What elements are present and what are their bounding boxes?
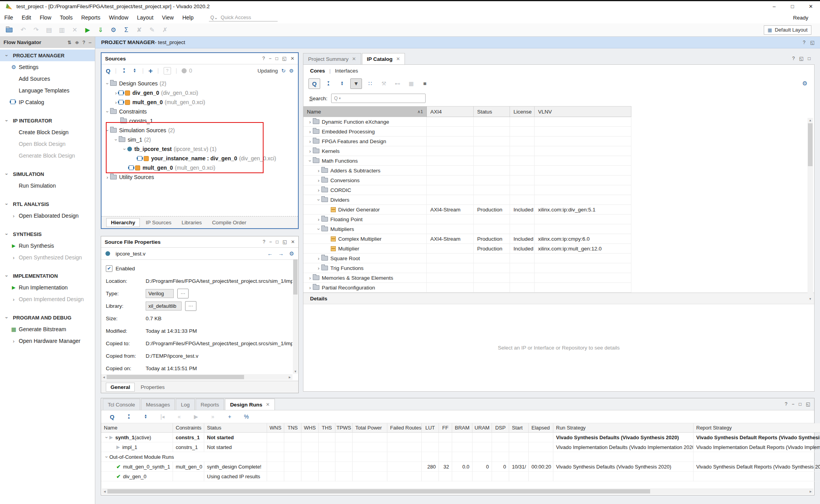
chevron-right-icon[interactable]: › xyxy=(316,217,321,222)
ip-row-memories-storage-elements[interactable]: ›Memories & Storage Elements xyxy=(303,273,631,283)
ip-search-input[interactable]: Q▾ xyxy=(331,94,426,103)
enabled-checkbox[interactable]: ✔ xyxy=(106,265,112,272)
column-header-report-strategy[interactable]: Report Strategy xyxy=(693,423,820,433)
column-header-lut[interactable]: LUT xyxy=(422,423,439,433)
maximize-button[interactable]: □ xyxy=(783,1,802,12)
flownav-item-generate-bitstream[interactable]: ▦Generate Bitstream xyxy=(0,323,95,335)
ip-row-dividers[interactable]: ›Dividers xyxy=(303,195,631,205)
column-header-name[interactable]: Name xyxy=(101,423,173,433)
add-button[interactable]: + xyxy=(224,412,235,422)
design-run-row-synth-1[interactable]: ›▶synth_1 (active)constrs_1Not startedVi… xyxy=(101,433,814,442)
ip-row-conversions[interactable]: ›Conversions xyxy=(303,176,631,185)
gear-icon[interactable]: ⚙ xyxy=(289,68,294,74)
close-icon[interactable]: ✕ xyxy=(291,56,294,61)
browse-button[interactable]: ··· xyxy=(177,289,189,298)
sources-tab-ip-sources[interactable]: IP Sources xyxy=(141,218,176,227)
minimize-icon[interactable]: − xyxy=(791,401,794,407)
flownav-section-synthesis[interactable]: ›SYNTHESIS xyxy=(0,228,95,240)
chevron-right-icon[interactable]: › xyxy=(307,139,313,144)
flownav-section-project-manager[interactable]: ›PROJECT MANAGER xyxy=(0,50,95,61)
flownav-item-open-elaborated-design[interactable]: ›Open Elaborated Design xyxy=(0,210,95,222)
flownav-item-run-simulation[interactable]: Run Simulation xyxy=(0,180,95,192)
chevron-right-icon[interactable]: › xyxy=(316,168,321,173)
scroll-left-icon[interactable]: ◂ xyxy=(102,489,107,493)
expand-button[interactable] xyxy=(337,79,348,89)
ip-row-dynamic-function-exchange[interactable]: ›Dynamic Function eXchange xyxy=(303,117,631,127)
menu-tools[interactable]: Tools xyxy=(55,14,77,21)
ip-row-fpga-features-and-design[interactable]: ›FPGA Features and Design xyxy=(303,137,631,146)
help-icon[interactable]: ? xyxy=(803,40,806,45)
scroll-down-icon[interactable]: ▾ xyxy=(293,369,298,373)
flownav-item-run-implementation[interactable]: ▶Run Implementation xyxy=(0,282,95,293)
column-header-total-power[interactable]: Total Power xyxy=(353,423,387,433)
program-bitstream-button[interactable]: ⇓ xyxy=(94,25,107,35)
flownav-item-create-block-design[interactable]: Create Block Design xyxy=(0,126,95,138)
sources-tree-item-mult-gen-0[interactable]: ›mult_gen_0(mult_gen_0.xci) xyxy=(102,98,297,107)
flownav-section-simulation[interactable]: ›SIMULATION xyxy=(0,168,95,180)
ip-row-square-root[interactable]: ›Square Root xyxy=(303,254,631,263)
help-icon[interactable]: ? xyxy=(262,56,265,61)
ip-row-complex-multiplier[interactable]: Complex MultiplierAXI4-StreamProductionI… xyxy=(303,234,631,244)
menu-view[interactable]: View xyxy=(158,14,178,21)
add-sources-icon[interactable]: + xyxy=(148,67,153,75)
subtab-cores[interactable]: Cores xyxy=(310,68,325,74)
flownav-item-add-sources[interactable]: Add Sources xyxy=(0,73,95,85)
ip-row-multipliers[interactable]: ›Multipliers xyxy=(303,224,631,234)
collapse-button[interactable] xyxy=(323,79,334,89)
column-header-whs[interactable]: WHS xyxy=(301,423,319,433)
chevron-right-icon[interactable]: › xyxy=(316,178,321,183)
column-header-wns[interactable]: WNS xyxy=(267,423,284,433)
close-icon[interactable]: ✕ xyxy=(352,56,356,62)
column-header-ths[interactable]: THS xyxy=(319,423,335,433)
chevron-right-icon[interactable]: › xyxy=(307,275,313,280)
collapse-icon[interactable]: ⇅ xyxy=(68,40,71,45)
flownav-item-generate-block-design[interactable]: Generate Block Design xyxy=(0,150,95,161)
tab-ip-catalog[interactable]: IP Catalog ✕ xyxy=(362,53,405,64)
ip-row-divider-generator[interactable]: Divider GeneratorAXI4-StreamProductionIn… xyxy=(303,205,631,215)
flownav-section-implementation[interactable]: ›IMPLEMENTATION xyxy=(0,270,95,282)
results-tab-tcl-console[interactable]: Tcl Console xyxy=(103,399,140,410)
sources-tree-item-mult-gen-0[interactable]: mult_gen_0(mult_gen_0.xci) xyxy=(102,163,297,172)
float-icon[interactable]: ◱ xyxy=(282,56,287,61)
flownav-item-open-implemented-design[interactable]: ›Open Implemented Design xyxy=(0,293,95,305)
ip-row-kernels[interactable]: ›Kernels xyxy=(303,146,631,156)
open-folder-button[interactable] xyxy=(4,25,17,35)
column-header-status[interactable]: Status xyxy=(474,106,510,117)
float-icon[interactable]: ◱ xyxy=(799,56,803,61)
ip-row-trig-functions[interactable]: ›Trig Functions xyxy=(303,263,631,273)
gear-icon[interactable]: ⚙ xyxy=(802,80,808,87)
ip-vertical-scrollbar[interactable]: ▴ ▾ xyxy=(808,118,813,301)
chevron-down-icon[interactable]: › xyxy=(122,146,127,152)
sources-tree-item-your-instance-name-div-gen-0[interactable]: your_instance_name : div_gen_0(div_gen_0… xyxy=(102,154,297,163)
chevron-down-icon[interactable]: › xyxy=(105,128,110,133)
close-icon[interactable]: ✕ xyxy=(291,239,295,245)
close-button[interactable]: ✕ xyxy=(802,1,820,12)
column-header-ff[interactable]: FF xyxy=(439,423,452,433)
column-header-tpws[interactable]: TPWS xyxy=(335,423,353,433)
scroll-left-icon[interactable]: ◂ xyxy=(101,375,107,379)
column-header-name[interactable]: Name∧1 xyxy=(303,106,427,117)
sources-tree-item-constrs-1[interactable]: constrs_1 xyxy=(102,116,297,126)
percent-button[interactable]: % xyxy=(241,412,252,422)
help-icon[interactable]: ? xyxy=(792,56,795,61)
help-icon[interactable]: ? xyxy=(82,40,85,45)
results-tab-design-runs[interactable]: Design Runs✕ xyxy=(225,399,275,410)
scroll-down-icon[interactable]: ▾ xyxy=(808,297,813,301)
chevron-right-icon[interactable]: › xyxy=(316,266,321,271)
menu-file[interactable]: File xyxy=(0,14,18,21)
chevron-right-icon[interactable]: › xyxy=(105,175,110,180)
scroll-right-icon[interactable]: ▸ xyxy=(808,489,813,493)
settings-gear-button[interactable]: ⚙ xyxy=(107,25,120,35)
column-header-start[interactable]: Start xyxy=(509,423,529,433)
forward-arrow-icon[interactable]: → xyxy=(278,250,283,257)
ip-row-adders-subtracters[interactable]: ›Adders & Subtracters xyxy=(303,166,631,176)
float-icon[interactable]: ◱ xyxy=(806,401,810,407)
flownav-item-run-synthesis[interactable]: ▶Run Synthesis xyxy=(0,240,95,252)
menu-help[interactable]: Help xyxy=(178,14,198,21)
column-header-status[interactable]: Status xyxy=(204,423,267,433)
scroll-up-icon[interactable]: ▴ xyxy=(808,118,813,122)
sources-tree-item-simulation-sources[interactable]: ›Simulation Sources(2) xyxy=(102,126,297,135)
column-header-vlnv[interactable]: VLNV xyxy=(535,106,631,117)
maximize-icon[interactable]: □ xyxy=(276,239,278,245)
chevron-right-icon[interactable]: › xyxy=(307,149,313,154)
